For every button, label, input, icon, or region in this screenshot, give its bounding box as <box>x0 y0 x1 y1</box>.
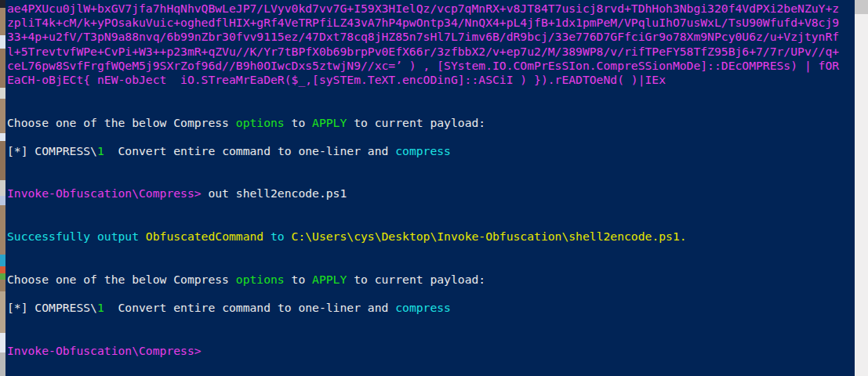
terminal-text-segment: 33+4p+u2fV/T3pN9a88nvq/6b99nZbr30fvv9115… <box>7 30 839 43</box>
terminal-line: [*] COMPRESS\1 Convert entire command to… <box>7 301 855 315</box>
terminal-text-segment: compress <box>395 144 451 157</box>
desktop-fragment <box>0 273 5 280</box>
terminal-text-segment: 1 <box>97 144 104 157</box>
terminal-text-segment: out shell2encode.ps1 <box>202 186 347 200</box>
terminal-text-segment: options <box>236 116 285 129</box>
terminal-text-segment: to <box>263 230 291 243</box>
terminal-text-segment: l+5TrevtvfWPe+CvPi+W3++p23mR+qZVu//K/Yr7… <box>7 45 839 58</box>
desktop-fragment <box>0 255 5 266</box>
desktop-fragment <box>0 133 5 141</box>
terminal-text-segment: [*] COMPRESS\ <box>7 144 97 157</box>
powershell-terminal[interactable]: ae4PXUcu0jlW+bxGV7jfa7hHqNhvQBwLeJP7/LVy… <box>5 0 855 376</box>
desktop-fragment <box>0 8 5 35</box>
terminal-text-segment: zpliT4k+cM/k+yPOsakuVuic+oghedflHIX+gRf4… <box>7 16 839 29</box>
desktop-fragment <box>0 291 5 333</box>
desktop-fragment <box>0 99 5 133</box>
terminal-line: Choose one of the below Compress options… <box>7 273 855 287</box>
terminal-line <box>7 101 855 115</box>
desktop-fragment <box>0 49 5 88</box>
desktop-fragment <box>0 180 5 196</box>
terminal-text-segment: to <box>285 273 312 286</box>
terminal-line: 33+4p+u2fV/T3pN9a88nvq/6b99nZbr30fvv9115… <box>7 30 855 44</box>
terminal-text-segment: C:\Users\cys\Desktop\Invoke-Obfuscation\… <box>292 230 687 243</box>
desktop-fragment <box>0 280 5 291</box>
desktop-behind-window[interactable] <box>0 0 5 376</box>
terminal-text-segment: Convert entire command to one-liner and <box>104 144 395 157</box>
terminal-line <box>7 87 855 101</box>
terminal-text-segment: Choose one of the below Compress <box>7 273 236 286</box>
terminal-line: Successfully output ObfuscatedCommand to… <box>7 230 855 244</box>
desktop-fragment <box>0 352 5 376</box>
terminal-line <box>7 201 855 215</box>
terminal-text-segment: Invoke-Obfuscation\Compress> <box>7 186 202 200</box>
terminal-line <box>7 215 855 230</box>
desktop-fragment <box>0 88 5 99</box>
desktop-fragment <box>0 333 5 352</box>
terminal-line <box>7 130 855 144</box>
terminal-text-segment: ObfuscatedCommand <box>146 230 263 243</box>
terminal-text-segment: compress <box>395 301 451 314</box>
desktop-fragment <box>0 196 5 205</box>
terminal-text-segment: ae4PXUcu0jlW+bxGV7jfa7hHqNhvQBwLeJP7/LVy… <box>7 2 839 15</box>
desktop-fragment <box>0 35 5 49</box>
terminal-line: EaCH-oBjECt{ nEW-obJect iO.STreaMrEaDeR(… <box>7 73 855 87</box>
terminal-line: ceL76pw8SvfFrgfWQeM5j9SXrZof96d//B9h0OIw… <box>7 59 855 73</box>
terminal-line: Choose one of the below Compress options… <box>7 116 855 130</box>
desktop-fragment <box>0 0 5 8</box>
screen: { "palette": { "background": "#012456", … <box>0 0 868 376</box>
vertical-scrollbar[interactable] <box>855 0 868 376</box>
terminal-line <box>7 329 855 343</box>
terminal-text-segment: 1 <box>97 301 104 314</box>
terminal-text-segment: to <box>285 116 312 129</box>
terminal-line <box>7 258 855 272</box>
terminal-text-segment: Successfully output <box>7 230 146 243</box>
terminal-text-segment: ceL76pw8SvfFrgfWQeM5j9SXrZof96d//B9h0OIw… <box>7 59 839 72</box>
terminal-line: zpliT4k+cM/k+yPOsakuVuic+oghedflHIX+gRf4… <box>7 16 855 30</box>
terminal-line <box>7 158 855 172</box>
desktop-fragment <box>0 205 5 255</box>
scrollbar-thumb[interactable] <box>855 0 868 14</box>
terminal-text-segment: EaCH-oBjECt{ nEW-obJect iO.STreaMrEaDeR(… <box>7 73 666 86</box>
terminal-text-segment: options <box>236 273 285 286</box>
terminal-text-segment: APPLY <box>312 273 347 286</box>
terminal-line: Invoke-Obfuscation\Compress> out shell2e… <box>7 186 855 201</box>
terminal-line: Invoke-Obfuscation\Compress> <box>7 344 855 358</box>
desktop-fragment <box>0 266 5 273</box>
terminal-text-segment: Convert entire command to one-liner and <box>104 301 395 314</box>
terminal-line <box>7 315 855 329</box>
desktop-fragment <box>0 141 5 180</box>
terminal-text-segment: Invoke-Obfuscation\Compress> <box>7 344 202 357</box>
terminal-text-segment: Choose one of the below Compress <box>7 116 236 129</box>
terminal-line: l+5TrevtvfWPe+CvPi+W3++p23mR+qZVu//K/Yr7… <box>7 45 855 59</box>
terminal-text-segment: APPLY <box>312 116 347 129</box>
terminal-text-segment: to current payload: <box>347 273 485 286</box>
terminal-line: ae4PXUcu0jlW+bxGV7jfa7hHqNhvQBwLeJP7/LVy… <box>7 2 855 16</box>
terminal-line <box>7 244 855 258</box>
terminal-line <box>7 287 855 301</box>
terminal-line: [*] COMPRESS\1 Convert entire command to… <box>7 144 855 158</box>
terminal-text-segment: to current payload: <box>347 116 485 129</box>
terminal-text-segment: [*] COMPRESS\ <box>7 301 97 314</box>
terminal-line <box>7 172 855 186</box>
